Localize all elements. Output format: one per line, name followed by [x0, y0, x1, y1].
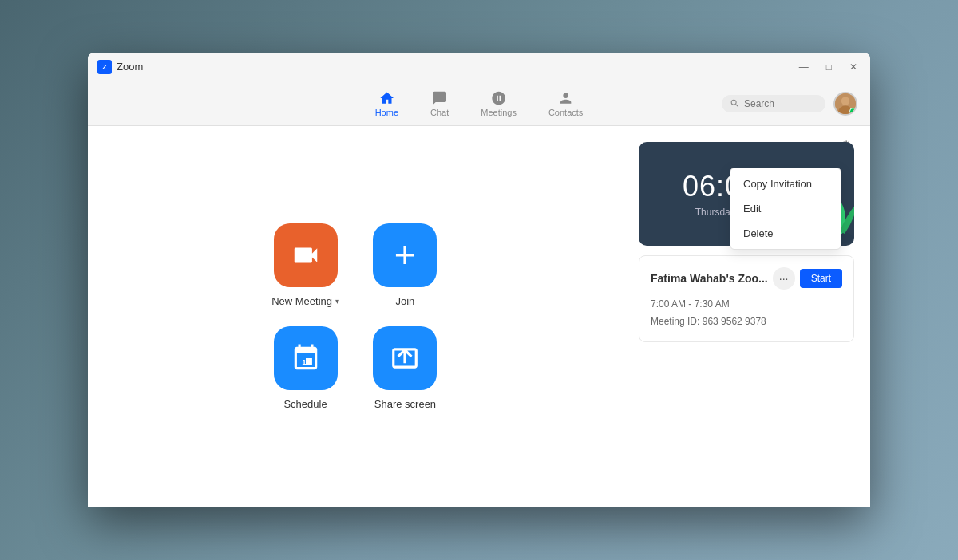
meeting-id-label: Meeting ID: — [651, 316, 699, 327]
contacts-icon — [558, 90, 574, 106]
join-text: Join — [396, 295, 415, 307]
search-input[interactable] — [744, 98, 816, 109]
main-content: ⚙ New Meeting ▾ — [88, 126, 870, 507]
search-icon — [730, 98, 740, 108]
meeting-title: Fatima Wahab's Zoo... — [651, 272, 768, 285]
avatar[interactable] — [833, 92, 857, 116]
search-box[interactable] — [722, 95, 825, 112]
tab-chat-label: Chat — [430, 108, 449, 117]
join-button[interactable] — [373, 223, 437, 287]
new-meeting-button[interactable] — [274, 223, 338, 287]
online-status-dot — [849, 108, 857, 115]
plus-icon — [390, 240, 420, 270]
home-icon — [378, 90, 394, 106]
maximize-button[interactable]: □ — [823, 61, 835, 73]
new-meeting-item[interactable]: New Meeting ▾ — [271, 223, 339, 307]
nav-right — [722, 92, 857, 116]
tab-home-label: Home — [375, 108, 398, 117]
left-panel: New Meeting ▾ Join — [88, 126, 623, 507]
zoom-logo-icon: Z — [97, 60, 112, 74]
meeting-id-value: 963 9562 9378 — [703, 316, 766, 327]
close-button[interactable]: ✕ — [846, 61, 861, 73]
nav-tabs: Home Chat Meetings Contact — [359, 85, 600, 122]
schedule-button[interactable]: 19 — [274, 326, 338, 390]
minimize-button[interactable]: — — [796, 61, 812, 73]
meeting-card: Fatima Wahab's Zoo... ··· Start 7:00 AM … — [639, 255, 854, 342]
meeting-time-range: 7:00 AM - 7:30 AM — [651, 296, 842, 314]
dropdown-edit[interactable]: Edit — [730, 196, 841, 221]
join-item[interactable]: Join — [371, 223, 439, 307]
tab-home[interactable]: Home — [359, 85, 414, 122]
window-controls: — □ ✕ — [796, 61, 861, 73]
video-camera-icon — [291, 240, 321, 270]
right-panel: 06:01 AM Thursday, May 27, 2021 Fatima W… — [623, 126, 870, 507]
dropdown-delete[interactable]: Delete — [730, 221, 841, 246]
new-meeting-chevron: ▾ — [335, 297, 339, 306]
share-screen-item[interactable]: Share screen — [371, 326, 439, 410]
svg-text:19: 19 — [302, 357, 311, 366]
meeting-id-row: Meeting ID: 963 9562 9378 — [651, 314, 842, 331]
app-window: Z Zoom — □ ✕ Home Chat — [88, 53, 870, 507]
titlebar: Z Zoom — □ ✕ — [88, 53, 870, 81]
schedule-text: Schedule — [283, 398, 327, 410]
share-screen-icon — [390, 343, 420, 373]
more-options-button[interactable]: ··· — [773, 267, 795, 290]
meeting-actions: ··· Start — [773, 267, 842, 290]
schedule-label: Schedule — [283, 398, 327, 410]
tab-contacts-label: Contacts — [548, 108, 583, 117]
zoom-logo-letter: Z — [102, 63, 107, 71]
svg-point-1 — [841, 97, 849, 105]
dropdown-copy-invitation[interactable]: Copy Invitation — [730, 172, 841, 196]
tab-meetings-label: Meetings — [481, 108, 517, 117]
chat-icon — [432, 90, 448, 106]
tab-meetings[interactable]: Meetings — [465, 85, 532, 122]
meeting-info: 7:00 AM - 7:30 AM Meeting ID: 963 9562 9… — [651, 296, 842, 330]
new-meeting-label: New Meeting ▾ — [271, 295, 339, 307]
join-label: Join — [396, 295, 415, 307]
share-screen-text: Share screen — [374, 398, 436, 410]
share-screen-button[interactable] — [373, 326, 437, 390]
share-screen-label: Share screen — [374, 398, 436, 410]
meetings-icon — [491, 90, 507, 106]
tab-chat[interactable]: Chat — [414, 85, 465, 122]
action-grid: New Meeting ▾ Join — [271, 223, 439, 410]
schedule-item[interactable]: 19 Schedule — [271, 326, 339, 410]
start-meeting-button[interactable]: Start — [800, 269, 842, 288]
tab-contacts[interactable]: Contacts — [532, 85, 599, 122]
app-logo: Z Zoom — [97, 60, 143, 74]
meeting-header: Fatima Wahab's Zoo... ··· Start — [651, 267, 842, 290]
app-title: Zoom — [117, 61, 143, 73]
context-dropdown-menu: Copy Invitation Edit Delete — [730, 168, 841, 250]
calendar-icon: 19 — [291, 343, 321, 373]
navbar: Home Chat Meetings Contact — [88, 81, 870, 126]
new-meeting-text: New Meeting — [271, 295, 332, 307]
